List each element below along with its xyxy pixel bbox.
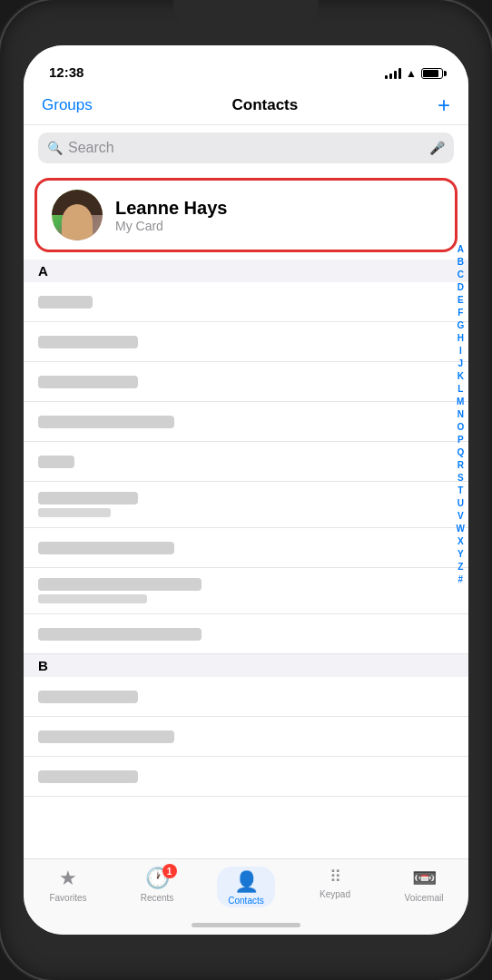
alpha-w[interactable]: W: [457, 523, 465, 534]
section-header-b: B: [24, 654, 468, 677]
alpha-j[interactable]: J: [458, 358, 463, 369]
status-time: 12:38: [49, 64, 84, 80]
contact-row[interactable]: [24, 362, 468, 402]
alpha-g[interactable]: G: [457, 319, 464, 331]
contacts-active-bg: 👤 Contacts: [217, 867, 274, 907]
alpha-p[interactable]: P: [458, 434, 464, 446]
alpha-v[interactable]: V: [458, 510, 464, 522]
alpha-y[interactable]: Y: [458, 548, 464, 560]
contact-row[interactable]: [24, 282, 468, 322]
section-header-a: A: [24, 260, 468, 282]
phone-frame: 12:38 ▲ Groups Contacts +: [0, 0, 492, 980]
alpha-x[interactable]: X: [458, 535, 464, 547]
phone-screen: 12:38 ▲ Groups Contacts +: [24, 45, 468, 935]
favorites-icon: ★: [59, 867, 77, 890]
tab-keypad[interactable]: ⠿ Keypad: [290, 867, 379, 899]
alpha-b[interactable]: B: [458, 256, 464, 268]
alpha-s[interactable]: S: [458, 472, 464, 484]
alphabet-index[interactable]: A B C D E F G H I J K L M N O P Q R S T: [457, 243, 465, 585]
search-icon: 🔍: [47, 141, 63, 155]
alpha-i[interactable]: I: [459, 345, 462, 357]
groups-button[interactable]: Groups: [42, 96, 93, 114]
alpha-e[interactable]: E: [458, 294, 464, 306]
tab-voicemail[interactable]: 📼 Voicemail: [379, 867, 468, 903]
alpha-h[interactable]: H: [458, 332, 464, 344]
keypad-label: Keypad: [320, 889, 350, 899]
contact-row[interactable]: [24, 614, 468, 654]
alpha-u[interactable]: U: [458, 497, 464, 509]
alpha-d[interactable]: D: [458, 281, 464, 293]
alpha-t[interactable]: T: [458, 485, 463, 496]
contact-row[interactable]: [24, 322, 468, 362]
status-icons: ▲: [385, 67, 443, 80]
contact-row[interactable]: [24, 442, 468, 482]
my-card-info: Leanne Hays My Card: [115, 198, 440, 233]
alpha-q[interactable]: Q: [457, 446, 464, 458]
contacts-list[interactable]: Leanne Hays My Card A: [24, 171, 468, 858]
recents-label: Recents: [141, 893, 174, 903]
recents-badge: 1: [162, 864, 177, 878]
tab-recents[interactable]: 🕐 1 Recents: [113, 867, 202, 903]
page-title: Contacts: [232, 96, 299, 114]
alpha-n[interactable]: N: [458, 408, 464, 420]
home-indicator: [192, 923, 300, 927]
alpha-m[interactable]: M: [457, 396, 464, 407]
alpha-r[interactable]: R: [458, 459, 464, 471]
status-bar: 12:38 ▲: [24, 45, 468, 85]
contacts-label: Contacts: [228, 896, 263, 906]
my-card-label: My Card: [115, 219, 440, 233]
contact-row[interactable]: [24, 757, 468, 797]
add-contact-button[interactable]: +: [438, 94, 450, 116]
alpha-c[interactable]: C: [458, 269, 464, 280]
alpha-k[interactable]: K: [458, 370, 464, 382]
contact-row[interactable]: [24, 717, 468, 757]
tab-contacts[interactable]: 👤 Contacts: [202, 867, 290, 907]
battery-icon: [421, 68, 443, 79]
keypad-icon: ⠿: [330, 867, 341, 887]
contact-row[interactable]: [24, 568, 468, 614]
alpha-z[interactable]: Z: [458, 561, 463, 573]
my-card-name: Leanne Hays: [115, 198, 440, 219]
alpha-l[interactable]: L: [458, 383, 463, 395]
notch: [173, 0, 319, 25]
contact-row[interactable]: [24, 528, 468, 568]
wifi-icon: ▲: [406, 67, 417, 80]
avatar: [52, 190, 103, 240]
contact-row[interactable]: [24, 677, 468, 717]
alpha-o[interactable]: O: [457, 421, 464, 433]
search-container: 🔍 Search 🎤: [24, 125, 468, 171]
voicemail-label: Voicemail: [405, 893, 444, 903]
voicemail-icon: 📼: [412, 867, 437, 890]
alpha-a[interactable]: A: [458, 243, 464, 255]
alpha-hash[interactable]: #: [458, 573, 463, 585]
search-input[interactable]: Search: [68, 140, 424, 156]
contact-row[interactable]: [24, 482, 468, 528]
nav-bar: Groups Contacts +: [24, 85, 468, 125]
signal-icon: [385, 68, 401, 79]
alpha-f[interactable]: F: [458, 307, 463, 318]
my-card[interactable]: Leanne Hays My Card: [34, 178, 458, 252]
microphone-icon[interactable]: 🎤: [429, 141, 445, 155]
search-bar[interactable]: 🔍 Search 🎤: [38, 132, 454, 163]
contact-row[interactable]: [24, 402, 468, 442]
contacts-icon: 👤: [234, 870, 259, 894]
favorites-label: Favorites: [49, 893, 86, 903]
tab-favorites[interactable]: ★ Favorites: [24, 867, 113, 903]
recents-badge-container: 🕐 1: [145, 867, 170, 890]
